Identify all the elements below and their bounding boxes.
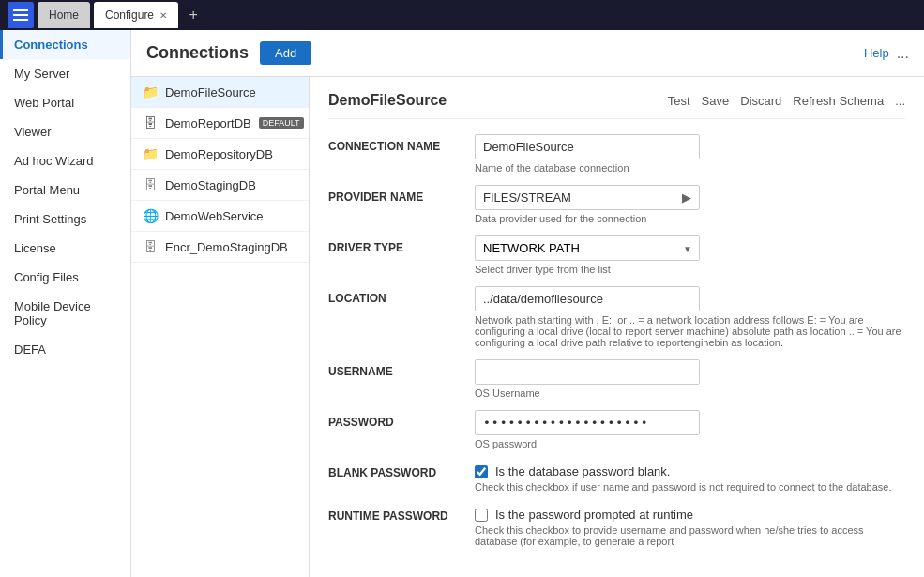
tab-configure-close[interactable]: ✕ — [159, 10, 167, 21]
detail-panel: DemoFileSource Test Save Discard Refresh… — [310, 77, 924, 577]
connection-label-demoreportdb: DemoReportDB — [165, 116, 251, 130]
sidebar-item-print-settings[interactable]: Print Settings — [0, 205, 130, 234]
tab-configure-label: Configure — [105, 8, 154, 22]
provider-name-select[interactable]: FILES/STREAM ▶ — [475, 185, 700, 210]
sidebar-item-portal-menu[interactable]: Portal Menu — [0, 175, 130, 205]
sidebar-item-ad-hoc-wizard-label: Ad hoc Wizard — [14, 154, 94, 168]
sidebar-item-viewer-label: Viewer — [14, 125, 52, 139]
connection-item-demowebservice[interactable]: 🌐 DemoWebService — [131, 201, 309, 232]
username-row: Username OS Username — [328, 359, 905, 399]
connection-item-demoreportdb[interactable]: 🗄 DemoReportDB DEFAULT — [131, 108, 309, 139]
connection-name-row: Connection Name Name of the database con… — [328, 134, 905, 174]
detail-menu-button[interactable]: ... — [895, 94, 905, 108]
connection-label-demorepositorydb: DemoRepositoryDB — [165, 147, 273, 161]
driver-type-label: Driver Type — [328, 235, 460, 254]
connection-name-hint: Name of the database connection — [475, 162, 905, 174]
sidebar-item-my-server[interactable]: My Server — [0, 59, 130, 88]
password-input[interactable] — [475, 410, 700, 435]
folder-icon: 📁 — [143, 84, 158, 99]
default-badge: DEFAULT — [259, 117, 304, 129]
username-field-col: OS Username — [475, 359, 905, 399]
test-button[interactable]: Test — [668, 94, 690, 108]
blank-password-checkbox-row: Is the database password blank. — [475, 464, 905, 478]
location-input[interactable] — [475, 286, 700, 311]
sidebar-item-connections[interactable]: Connections — [0, 30, 130, 59]
runtime-password-row: Runtime Password Is the password prompte… — [328, 504, 905, 547]
globe-icon: 🌐 — [143, 208, 158, 223]
save-button[interactable]: Save — [702, 94, 730, 108]
sidebar-item-my-server-label: My Server — [14, 67, 69, 81]
driver-type-select[interactable]: NETWORK PATH LOCAL PATH FTP SFTP — [475, 235, 700, 261]
runtime-password-checkbox-label: Is the password prompted at runtime — [495, 508, 693, 522]
sidebar-item-mobile-device-policy-label: Mobile Device Policy — [14, 299, 91, 327]
detail-header: DemoFileSource Test Save Discard Refresh… — [328, 92, 905, 119]
connection-item-encr-demostagingdb[interactable]: 🗄 Encr_DemoStagingDB — [131, 232, 309, 263]
blank-password-label: Blank Password — [328, 461, 460, 479]
detail-title: DemoFileSource — [328, 92, 447, 109]
sidebar-item-portal-menu-label: Portal Menu — [14, 183, 80, 197]
password-label: Password — [328, 410, 460, 429]
discard-button[interactable]: Discard — [740, 94, 781, 108]
sidebar-item-connections-label: Connections — [14, 38, 88, 52]
password-hint: OS password — [475, 438, 905, 449]
add-tab-button[interactable]: + — [182, 4, 204, 26]
provider-name-arrow-icon: ▶ — [682, 190, 691, 205]
db-icon-demoreportdb: 🗄 — [143, 115, 158, 130]
folder-blue-icon: 📁 — [143, 146, 158, 161]
connection-item-demostagingdb[interactable]: 🗄 DemoStagingDB — [131, 170, 309, 201]
sidebar-item-defa-label: DEFA — [14, 342, 46, 357]
runtime-password-hint: Check this checkbox to provide username … — [475, 524, 905, 547]
connection-item-demorepositorydb[interactable]: 📁 DemoRepositoryDB — [131, 139, 309, 170]
connection-name-label: Connection Name — [328, 134, 460, 153]
connection-item-demofilesource[interactable]: 📁 DemoFileSource — [131, 77, 309, 108]
tab-home-label: Home — [49, 8, 79, 22]
connection-list: 📁 DemoFileSource 🗄 DemoReportDB DEFAULT … — [131, 77, 310, 577]
menu-button[interactable] — [8, 2, 34, 28]
header-right: Help ... — [864, 45, 909, 62]
username-label: Username — [328, 359, 460, 378]
db-icon-demostagingdb: 🗄 — [143, 177, 158, 192]
sidebar-item-web-portal-label: Web Portal — [14, 96, 74, 110]
location-field-col: Network path starting with , E:, or .. =… — [475, 286, 905, 348]
connections-title: Connections — [146, 43, 249, 63]
password-field-col: OS password — [475, 410, 905, 449]
driver-type-field-col: NETWORK PATH LOCAL PATH FTP SFTP Select … — [475, 235, 905, 275]
detail-actions: Test Save Discard Refresh Schema ... — [668, 94, 905, 108]
location-hint: Network path starting with , E:, or .. =… — [475, 314, 905, 348]
blank-password-checkbox[interactable] — [475, 465, 488, 478]
help-link[interactable]: Help — [864, 46, 889, 60]
sidebar-item-config-files[interactable]: Config Files — [0, 263, 130, 292]
sidebar: Connections My Server Web Portal Viewer … — [0, 30, 131, 577]
runtime-password-checkbox[interactable] — [475, 509, 488, 522]
sidebar-item-license[interactable]: License — [0, 234, 130, 263]
sidebar-item-web-portal[interactable]: Web Portal — [0, 88, 130, 117]
username-input[interactable] — [475, 359, 700, 385]
refresh-schema-button[interactable]: Refresh Schema — [793, 94, 884, 108]
main-layout: Connections My Server Web Portal Viewer … — [0, 30, 924, 577]
content-area: Connections Add Help ... 📁 DemoFileSourc… — [131, 30, 924, 577]
sidebar-item-config-files-label: Config Files — [14, 270, 79, 284]
connection-name-input[interactable] — [475, 134, 700, 159]
location-row: LOCATION Network path starting with , E:… — [328, 286, 905, 348]
blank-password-field-col: Is the database password blank. Check th… — [475, 461, 905, 493]
sidebar-item-mobile-device-policy[interactable]: Mobile Device Policy — [0, 292, 130, 335]
sidebar-item-ad-hoc-wizard[interactable]: Ad hoc Wizard — [0, 146, 130, 175]
connections-menu-button[interactable]: ... — [897, 45, 909, 62]
runtime-password-checkbox-row: Is the password prompted at runtime — [475, 508, 905, 522]
runtime-password-field-col: Is the password prompted at runtime Chec… — [475, 504, 905, 547]
connection-label-encr-demostagingdb: Encr_DemoStagingDB — [165, 240, 288, 254]
provider-name-value: FILES/STREAM — [483, 190, 571, 205]
sidebar-item-viewer[interactable]: Viewer — [0, 117, 130, 146]
driver-type-hint: Select driver type from the list — [475, 264, 905, 275]
sidebar-item-defa[interactable]: DEFA — [0, 335, 130, 364]
tab-configure[interactable]: Configure ✕ — [94, 2, 178, 28]
password-row: Password OS password — [328, 410, 905, 449]
tab-home[interactable]: Home — [38, 2, 90, 28]
blank-password-checkbox-label: Is the database password blank. — [495, 464, 670, 478]
blank-password-row: Blank Password Is the database password … — [328, 461, 905, 493]
add-connection-button[interactable]: Add — [260, 41, 311, 65]
connection-name-field-col: Name of the database connection — [475, 134, 905, 174]
provider-name-row: Provider Name FILES/STREAM ▶ Data provid… — [328, 185, 905, 224]
provider-name-field-col: FILES/STREAM ▶ Data provider used for th… — [475, 185, 905, 224]
provider-name-label: Provider Name — [328, 185, 460, 204]
